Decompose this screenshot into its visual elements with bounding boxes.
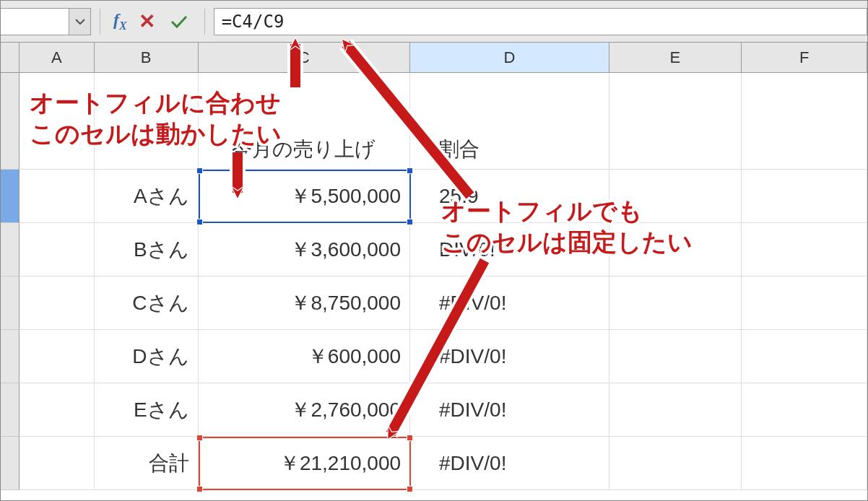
cell[interactable]: #DIV/0! (410, 330, 609, 383)
cell[interactable]: ￥600,000 (199, 330, 410, 383)
cell[interactable] (19, 170, 95, 223)
column-header-E[interactable]: E (609, 43, 742, 72)
cell-text: DIV/0! (439, 238, 495, 261)
cell-text: #DIV/0! (439, 345, 506, 368)
header-text: 割合 (439, 136, 479, 163)
row-header[interactable] (1, 330, 19, 383)
cell[interactable] (19, 330, 95, 383)
column-header-A[interactable]: A (19, 43, 95, 72)
cell[interactable] (742, 170, 867, 223)
cell[interactable]: ￥2,760,000 (199, 383, 410, 437)
row-header[interactable] (1, 73, 19, 170)
separator (204, 9, 205, 35)
column-headers: A B C D E F (1, 43, 867, 73)
data-row: 合計 ￥21,210,000 #DIV/0! (1, 437, 867, 490)
row-header[interactable] (1, 223, 19, 276)
data-row: Bさん ￥3,600,000 DIV/0! (1, 223, 867, 276)
cell[interactable] (742, 330, 867, 383)
cell[interactable]: Dさん (95, 330, 199, 383)
cell[interactable] (609, 383, 742, 437)
cell[interactable]: #DIV/0! (410, 437, 609, 490)
cell[interactable] (609, 437, 742, 490)
fx-icon[interactable]: fX (109, 10, 131, 32)
column-header-F[interactable]: F (742, 43, 867, 72)
cell[interactable]: ￥8,750,000 (199, 276, 410, 330)
accept-button[interactable] (162, 14, 196, 30)
data-row: Eさん ￥2,760,000 #DIV/0! (1, 383, 867, 437)
cell[interactable]: #DIV/0! (410, 276, 609, 330)
cell[interactable] (609, 73, 742, 170)
cell[interactable] (742, 73, 867, 170)
cell[interactable] (742, 437, 867, 490)
spreadsheet-grid: A B C D E F 今月の売り上げ 割合 Aさん ￥5,500,000 25… (1, 43, 867, 490)
cell-text: Dさん (132, 343, 188, 370)
cell[interactable]: 25.9 (410, 170, 609, 223)
cell[interactable]: 割合 (410, 73, 609, 170)
cell-text: #DIV/0! (439, 292, 506, 315)
cell[interactable]: ￥3,600,000 (199, 223, 410, 276)
cell[interactable] (19, 383, 95, 437)
formula-input[interactable]: =C4/C9 (214, 8, 867, 35)
cell[interactable] (19, 73, 95, 170)
cell[interactable] (609, 330, 742, 383)
cell-text: Bさん (134, 236, 189, 263)
cell-text: ￥3,600,000 (290, 236, 401, 263)
cell-text: 25.9 (439, 185, 479, 208)
cell[interactable] (742, 276, 867, 330)
name-box[interactable]: M (0, 8, 91, 35)
row-header[interactable] (1, 170, 19, 223)
cell[interactable] (742, 383, 867, 437)
cell[interactable]: ￥5,500,000 (199, 170, 410, 223)
cell[interactable] (19, 437, 95, 490)
header-text: 今月の売り上げ (232, 136, 376, 163)
cell[interactable]: ￥21,210,000 (199, 437, 410, 490)
formula-text: =C4/C9 (222, 12, 285, 32)
cell-text: ￥600,000 (308, 343, 401, 370)
select-all-corner[interactable] (1, 43, 19, 72)
cell[interactable]: Cさん (95, 276, 199, 330)
cell-text: 合計 (149, 450, 189, 477)
cell[interactable] (609, 170, 742, 223)
cell[interactable] (609, 223, 742, 276)
cell[interactable] (95, 73, 199, 170)
spacer-row: 今月の売り上げ 割合 (1, 73, 867, 170)
cell[interactable] (19, 276, 95, 330)
row-header[interactable] (1, 383, 19, 437)
cell[interactable]: Eさん (95, 383, 199, 437)
column-header-C[interactable]: C (199, 43, 411, 72)
cell[interactable] (19, 223, 95, 276)
cell-text: ￥8,750,000 (290, 289, 401, 317)
formula-bar: M fX ✕ =C4/C9 (1, 1, 867, 43)
data-row: Dさん ￥600,000 #DIV/0! (1, 330, 867, 383)
row-header[interactable] (1, 276, 19, 330)
row-header[interactable] (1, 437, 19, 490)
cell-text: ￥5,500,000 (290, 183, 401, 210)
cell-text: #DIV/0! (439, 452, 506, 475)
data-row: Cさん ￥8,750,000 #DIV/0! (1, 276, 867, 330)
cell-text: Eさん (134, 396, 189, 424)
cell[interactable]: Bさん (95, 223, 199, 276)
chevron-down-icon (75, 18, 85, 25)
cell[interactable] (609, 276, 742, 330)
name-box-dropdown[interactable] (69, 9, 90, 35)
rows-container: 今月の売り上げ 割合 Aさん ￥5,500,000 25.9 Bさん ￥3,60… (1, 73, 867, 490)
column-header-D[interactable]: D (410, 43, 609, 72)
separator (100, 9, 100, 35)
cell-text: #DIV/0! (439, 398, 506, 422)
cell-text: Cさん (132, 289, 188, 317)
cell[interactable]: DIV/0! (410, 223, 609, 276)
cancel-button[interactable]: ✕ (131, 9, 162, 33)
data-row: Aさん ￥5,500,000 25.9 (1, 170, 867, 223)
cell-text: Aさん (134, 183, 189, 210)
column-header-B[interactable]: B (95, 43, 199, 72)
cell[interactable]: 合計 (95, 437, 199, 490)
cell[interactable]: #DIV/0! (410, 383, 609, 437)
check-icon (170, 14, 188, 30)
cell-text: ￥2,760,000 (290, 396, 401, 424)
cell[interactable] (742, 223, 867, 276)
cell[interactable]: Aさん (95, 170, 199, 223)
cell-text: ￥21,210,000 (279, 450, 401, 477)
cell[interactable]: 今月の売り上げ (199, 73, 410, 170)
